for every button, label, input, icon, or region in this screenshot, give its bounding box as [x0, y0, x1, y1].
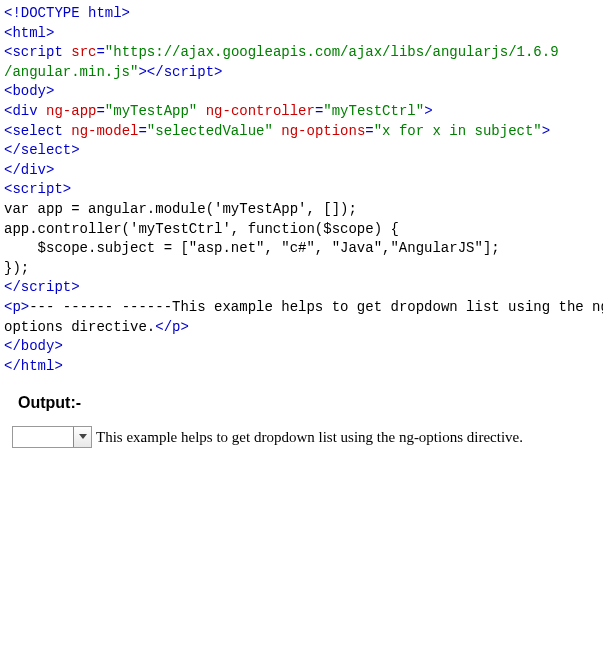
code-text: script: [12, 44, 62, 60]
code-text: "x for x in subject": [374, 123, 542, 139]
code-text: ng-controller: [206, 103, 315, 119]
code-text: [197, 103, 205, 119]
code-text: select: [12, 123, 62, 139]
code-text: div: [21, 162, 46, 178]
code-block: <!DOCTYPE html> <html> <script src="http…: [0, 0, 603, 380]
code-text: script: [164, 64, 214, 80]
code-text: script: [12, 181, 62, 197]
code-text: ></: [138, 64, 163, 80]
code-text: app.controller('myTestCtrl', function($s…: [4, 221, 399, 237]
code-text: [38, 103, 46, 119]
code-text: html: [12, 25, 46, 41]
code-text: >: [214, 64, 222, 80]
code-text: =: [96, 103, 104, 119]
select-value: [13, 427, 73, 447]
code-text: /angular.min.js": [4, 64, 138, 80]
code-text: "myTestCtrl": [323, 103, 424, 119]
code-text: >: [424, 103, 432, 119]
code-text: <!DOCTYPE html>: [4, 5, 130, 21]
code-text: >: [71, 142, 79, 158]
code-text: =: [138, 123, 146, 139]
code-text: >: [21, 299, 29, 315]
code-text: >: [54, 338, 62, 354]
code-text: select: [21, 142, 71, 158]
code-text: =: [365, 123, 373, 139]
code-text: </: [4, 358, 21, 374]
code-text: >: [46, 83, 54, 99]
code-text: ng-app: [46, 103, 96, 119]
code-text: html: [21, 358, 55, 374]
code-text: $scope.subject = ["asp.net", "c#", "Java…: [4, 240, 500, 256]
code-text: ng-model: [71, 123, 138, 139]
output-heading: Output:-: [18, 394, 603, 412]
code-text: >: [180, 319, 188, 335]
output-description: This example helps to get dropdown list …: [96, 429, 523, 446]
code-text: </: [4, 338, 21, 354]
code-text: >: [542, 123, 550, 139]
code-text: ng-options: [281, 123, 365, 139]
code-text: });: [4, 260, 29, 276]
code-text: div: [12, 103, 37, 119]
code-text: "selectedValue": [147, 123, 273, 139]
code-text: [63, 44, 71, 60]
code-text: --- ------ ------This example helps to g…: [29, 299, 603, 315]
code-text: [63, 123, 71, 139]
code-text: >: [71, 279, 79, 295]
code-text: </: [4, 162, 21, 178]
code-text: src: [71, 44, 96, 60]
code-text: "https://ajax.googleapis.com/ajax/libs/a…: [105, 44, 559, 60]
code-text: >: [63, 181, 71, 197]
select-dropdown-button[interactable]: [73, 427, 91, 447]
code-text: options directive.: [4, 319, 155, 335]
chevron-down-icon: [79, 434, 87, 440]
code-text: >: [54, 358, 62, 374]
code-text: "myTestApp": [105, 103, 197, 119]
code-text: body: [21, 338, 55, 354]
code-text: p: [12, 299, 20, 315]
code-text: script: [21, 279, 71, 295]
svg-marker-0: [79, 434, 87, 439]
code-text: >: [46, 162, 54, 178]
code-text: >: [46, 25, 54, 41]
code-text: var app = angular.module('myTestApp', []…: [4, 201, 357, 217]
subject-select[interactable]: [12, 426, 92, 448]
code-text: </: [155, 319, 172, 335]
output-area: This example helps to get dropdown list …: [0, 426, 603, 448]
code-text: </: [4, 279, 21, 295]
code-text: body: [12, 83, 46, 99]
code-text: =: [96, 44, 104, 60]
code-text: </: [4, 142, 21, 158]
